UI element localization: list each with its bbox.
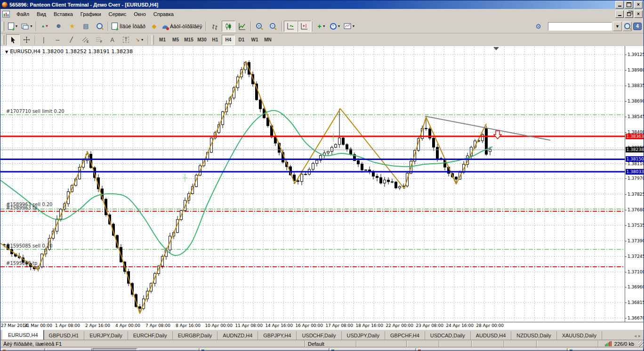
new-order-button[interactable]: + — [110, 21, 119, 32]
auto-scroll-button[interactable] — [284, 21, 298, 32]
fibonacci-button[interactable]: F — [92, 34, 105, 46]
chart-tab-gbpjpy-h4[interactable]: GBPJPY,H4 — [258, 331, 297, 340]
autotrading-button[interactable] — [161, 21, 169, 32]
chart-tab-audusd-h4[interactable]: AUDUSD,H4 — [471, 331, 512, 340]
cross-marker — [183, 174, 187, 182]
close-button[interactable]: × — [634, 1, 643, 8]
candlestick-chart-button[interactable] — [222, 21, 235, 32]
strategy-tester-button[interactable] — [93, 21, 106, 32]
arrows-button[interactable]: ↘▼ — [133, 34, 146, 46]
status-empty-segments — [356, 341, 598, 347]
taskbar-button[interactable] — [568, 348, 644, 351]
search-dropdown-button[interactable]: ▼ — [613, 22, 622, 31]
timeframe-m1[interactable]: M1 — [156, 35, 169, 45]
new-chart-button[interactable]: +▼ — [6, 21, 20, 32]
notifications-badge[interactable]: 4 — [633, 23, 642, 30]
search-input[interactable] — [548, 22, 612, 31]
navigator-button[interactable]: ★ — [65, 21, 79, 32]
horizontal-line-button[interactable]: ─ — [51, 34, 64, 46]
zoom-out-button[interactable] — [266, 21, 280, 32]
status-profile[interactable]: Default — [305, 341, 356, 347]
maximize-button[interactable] — [625, 1, 633, 8]
autotrading-label[interactable]: Àâòî-òîðãîâëÿ — [170, 24, 202, 29]
taskbar-button[interactable] — [200, 348, 329, 351]
child-minimize-button[interactable] — [615, 10, 624, 18]
menu-item-вставка[interactable]: Вставка — [50, 10, 77, 18]
chart-shift-button[interactable] — [298, 21, 311, 32]
sell-arrow-icon[interactable] — [494, 131, 501, 139]
chart-tab-usdcad-daily[interactable]: USDCAD,Daily — [425, 331, 471, 340]
chart-tab-eurchf-daily[interactable]: EURCHF,Daily — [128, 331, 173, 340]
price-chart[interactable]: #1707710 sell limit 0.20#1589963 sell 0.… — [0, 46, 625, 322]
taskbar-button[interactable] — [138, 348, 199, 351]
chart-tab-audnzd-h4[interactable]: AUDNZD,H4 — [217, 331, 258, 340]
chart-tab-eurjpy-daily[interactable]: EURJPY,Daily — [84, 331, 128, 340]
vertical-line-button[interactable]: │ — [37, 34, 51, 46]
minimize-button[interactable] — [615, 1, 624, 8]
child-close-button[interactable]: × — [634, 10, 643, 18]
timeframe-mn[interactable]: MN — [261, 35, 274, 45]
search-go-button[interactable] — [623, 22, 632, 31]
periods-button[interactable]: ▼ — [329, 21, 342, 32]
trendline-button[interactable]: ╱ — [64, 34, 78, 46]
price-tick: 1.38545 — [628, 114, 644, 119]
chart-tab-nzdusd-daily[interactable]: NZDUSD,Daily — [511, 331, 556, 340]
menu-item-окно[interactable]: Окно — [130, 10, 150, 18]
timeframe-m30[interactable]: M30 — [195, 35, 209, 45]
indicators-button[interactable]: +▼ — [315, 21, 329, 32]
child-restore-button[interactable] — [625, 10, 633, 18]
crosshair-button[interactable] — [20, 34, 33, 46]
timeframe-m15[interactable]: M15 — [182, 35, 195, 45]
metaeditor-button[interactable]: ◆ — [147, 21, 161, 32]
zoom-in-button[interactable] — [253, 21, 266, 32]
new-order-label[interactable]: Íîâûé Îðäåð — [120, 24, 145, 29]
bar-chart-button[interactable] — [208, 21, 222, 32]
price-axis[interactable]: 1.391251.389801.388351.386901.385451.384… — [625, 46, 644, 322]
status-segment — [439, 341, 472, 347]
timeframe-h4[interactable]: H4 — [222, 35, 235, 45]
toolbar-grip[interactable] — [2, 22, 4, 31]
taskbar-button[interactable] — [1, 348, 45, 351]
time-axis[interactable]: 27 Mar 201431 Mar 00:001 Apr 08:002 Apr … — [0, 322, 644, 330]
chart-window-icon[interactable] — [2, 11, 10, 17]
price-flag: 1.38150 — [626, 156, 644, 162]
tab-scroll-left-button[interactable]: ◂ — [634, 333, 636, 338]
menu-item-вид[interactable]: Вид — [33, 10, 50, 18]
chart-tab-eurusd-h4[interactable]: EURUSD,H4 — [2, 330, 44, 340]
timeframe-h1[interactable]: H1 — [209, 35, 222, 45]
taskbar-button[interactable] — [417, 348, 567, 351]
taskbar-button[interactable] — [93, 348, 137, 351]
profiles-button[interactable]: ▼ — [20, 21, 34, 32]
settings-button[interactable]: ⚙ — [531, 21, 545, 32]
taskbar-button[interactable] — [330, 348, 416, 351]
data-window-button[interactable]: ⊕ — [52, 21, 65, 32]
timeframe-w1[interactable]: W1 — [248, 35, 261, 45]
cursor-button[interactable] — [6, 34, 20, 46]
equidistant-channel-button[interactable]: E — [78, 34, 92, 46]
text-label-button[interactable]: T — [119, 34, 133, 46]
menu-item-сервис[interactable]: Сервис — [105, 10, 130, 18]
line-chart-button[interactable] — [235, 21, 249, 32]
chart-tab-gbpusd-h1[interactable]: GBPUSD,H1 — [44, 331, 85, 340]
toolbar-grip[interactable] — [2, 35, 4, 45]
menu-item-файл[interactable]: Файл — [13, 10, 33, 18]
tab-scroll-right-button[interactable]: ▸ — [638, 333, 641, 338]
chart-tab-gbpchf-h4[interactable]: GBPCHF,H4 — [385, 331, 425, 340]
chart-tab-xauusd-daily[interactable]: XAUUSD,Daily — [557, 331, 602, 340]
svg-text:E: E — [87, 40, 89, 43]
timeframe-m5[interactable]: M5 — [169, 35, 182, 45]
market-watch-button[interactable]: ▲▼ — [38, 21, 52, 32]
chart-tab-usdjpy-daily[interactable]: USDJPY,Daily — [342, 331, 386, 340]
menu-item-справка[interactable]: Справка — [150, 10, 177, 18]
menu-item-графики[interactable]: Графики — [77, 10, 105, 18]
chart-tab-eurgbp-daily[interactable]: EURGBP,Daily — [173, 331, 218, 340]
templates-button[interactable]: ▼ — [342, 21, 357, 32]
collapse-triangle-icon[interactable]: ▼ — [5, 50, 8, 54]
timeframe-d1[interactable]: D1 — [235, 35, 248, 45]
terminal-button[interactable]: ▤ — [79, 21, 93, 32]
chart-tab-usdchf-daily[interactable]: USDCHF,Daily — [297, 331, 341, 340]
toolbar-grip[interactable] — [152, 35, 154, 45]
text-button[interactable]: A — [105, 34, 119, 46]
resize-grip[interactable] — [638, 341, 644, 347]
taskbar-button[interactable] — [46, 348, 92, 351]
